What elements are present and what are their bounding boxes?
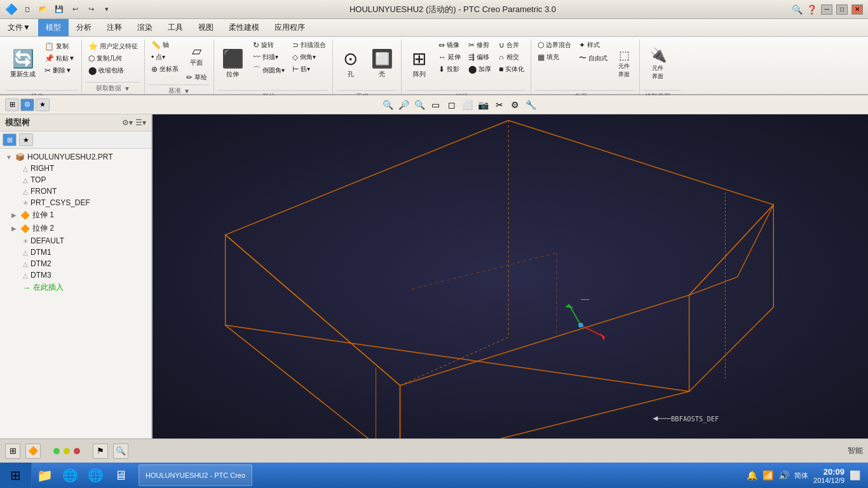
boundary-btn[interactable]: ⬡边界混合 <box>535 39 574 51</box>
surface-extra-btn[interactable]: ⬚ 元件界面 <box>613 39 635 89</box>
taskbar-active-window[interactable]: HOULUNYUESHU2 - PTC Creo <box>139 464 252 486</box>
volume-icon[interactable]: 🔊 <box>778 470 789 480</box>
open-btn[interactable]: 📂 <box>36 3 50 17</box>
menu-render[interactable]: 渲染 <box>130 19 160 36</box>
menu-view[interactable]: 视图 <box>191 19 221 36</box>
zoom-in-btn[interactable]: 🔎 <box>397 98 411 112</box>
tree-item-dtm3[interactable]: △ DTM3 <box>0 269 151 281</box>
sweep-button[interactable]: 〰扫描▾ <box>250 51 287 63</box>
component-interface-btn[interactable]: 🔌 元件界面 <box>644 39 672 89</box>
close-button[interactable]: ✕ <box>851 4 863 15</box>
menu-model[interactable]: 模型 <box>38 19 69 36</box>
view-rect-btn[interactable]: ▭ <box>429 98 443 112</box>
start-button[interactable]: ⊞ <box>0 463 32 488</box>
tree-item-front[interactable]: △ FRONT <box>0 186 151 197</box>
taskbar-creo[interactable]: 🖥 <box>108 463 133 488</box>
status-flag-btn[interactable]: ⚑ <box>93 444 108 459</box>
thicken-button[interactable]: ⬤加厚 <box>466 64 494 75</box>
tree-item-top[interactable]: △ TOP <box>0 174 151 186</box>
tree-item-right[interactable]: △ RIGHT <box>0 163 151 174</box>
menu-analysis[interactable]: 分析 <box>69 19 99 36</box>
cut-btn[interactable]: ✂ <box>492 98 506 112</box>
minimize-button[interactable]: ─ <box>821 4 832 15</box>
copy-geo-button[interactable]: ⬡复制几何 <box>86 53 140 64</box>
sketch-button[interactable]: ✏草绘 <box>184 72 210 83</box>
intersect-button[interactable]: ∩相交 <box>496 51 527 63</box>
fill-btn[interactable]: ▦填充 <box>535 51 574 63</box>
zoom-fit-btn[interactable]: 🔍 <box>381 98 395 112</box>
menu-apps[interactable]: 应用程序 <box>267 19 313 36</box>
view-shade-btn[interactable]: ⬜ <box>461 98 475 112</box>
status-grid-btn[interactable]: ⊞ <box>5 444 20 459</box>
taskbar-file-explorer[interactable]: 📁 <box>32 463 57 488</box>
new-btn[interactable]: 🗋 <box>20 3 34 17</box>
tree-item-extrude1[interactable]: ▶ 🔶 拉伸 1 <box>0 208 151 222</box>
hole-button[interactable]: ⊙ 孔 <box>337 39 365 89</box>
taskbar-ie[interactable]: 🌐 <box>57 463 83 488</box>
regenerate-button[interactable]: 🔄 重新生成 <box>6 39 39 89</box>
user-feature-button[interactable]: ⭐用户定义特征 <box>86 41 140 52</box>
freeform-btn[interactable]: 〜自由式 <box>576 51 610 65</box>
trim-button[interactable]: ✂修剪 <box>466 39 494 51</box>
feature-icon-btn[interactable]: ⚙ <box>20 98 34 111</box>
help-icon[interactable]: ❓ <box>806 4 817 15</box>
style-btn[interactable]: ✦样式 <box>576 39 610 51</box>
language-icon[interactable]: 简体 <box>794 471 808 480</box>
sweep-blend-button[interactable]: ⊃扫描混合 <box>290 39 329 51</box>
viewport[interactable]: BBFAOSTS_DEF ── <box>153 114 868 438</box>
csys-button[interactable]: ⊕坐标系 <box>149 64 181 75</box>
tree-item-prt-csys[interactable]: ✳ PRT_CSYS_DEF <box>0 197 151 208</box>
screenshot-btn[interactable]: 📷 <box>477 98 491 112</box>
tree-item-dtm2[interactable]: △ DTM2 <box>0 258 151 269</box>
round-button[interactable]: ⌒倒圆角▾ <box>250 64 287 77</box>
tree-item-root[interactable]: ▼ 📦 HOULUNYUESHU2.PRT <box>0 151 151 163</box>
tree-item-default[interactable]: ✳ DEFAULT <box>0 235 151 247</box>
solidify-button[interactable]: ■实体化 <box>496 64 527 75</box>
maximize-button[interactable]: □ <box>836 4 848 15</box>
merge-button[interactable]: ∪合并 <box>496 39 527 51</box>
taskbar-chrome[interactable]: 🌐 <box>83 463 108 488</box>
search-icon[interactable]: 🔍 <box>792 4 803 15</box>
mirror-button[interactable]: ⇔镜像 <box>436 39 463 51</box>
settings-btn[interactable]: ⚙ <box>508 98 522 112</box>
clock[interactable]: 20:09 2014/12/9 <box>813 467 844 484</box>
tree-tab-layer[interactable]: ★ <box>19 133 33 146</box>
tree-filter-icon[interactable]: ☰▾ <box>135 118 146 127</box>
shell-button[interactable]: 🔲 壳 <box>367 39 397 89</box>
plane-button[interactable]: ▱ 平面 <box>184 39 210 71</box>
tree-item-insert-here[interactable]: → 在此插入 <box>0 281 151 294</box>
array-button[interactable]: ⊞ 阵列 <box>405 39 433 89</box>
menu-file[interactable]: 文件▼ <box>0 19 38 36</box>
status-model-btn[interactable]: 🔶 <box>25 444 41 459</box>
shrink-wrap-button[interactable]: ⬤收缩包络 <box>86 65 140 76</box>
tree-item-extrude2[interactable]: ▶ 🔶 拉伸 2 <box>0 222 151 235</box>
extend-button[interactable]: ↔延伸 <box>436 51 463 63</box>
offset-button[interactable]: ⇶偏移 <box>466 51 494 63</box>
project-button[interactable]: ⬇投影 <box>436 64 463 75</box>
network-icon[interactable]: 📶 <box>763 470 773 480</box>
chamfer-button[interactable]: ◇倒角▾ <box>290 51 329 63</box>
more-view-btn[interactable]: 🔧 <box>524 98 538 112</box>
notification-icon[interactable]: 🔔 <box>747 470 757 480</box>
zoom-out-btn[interactable]: 🔍 <box>413 98 427 112</box>
view-square-btn[interactable]: ◻ <box>445 98 459 112</box>
menu-flexible[interactable]: 柔性建模 <box>221 19 267 36</box>
revolve-button[interactable]: ↻旋转 <box>250 39 287 51</box>
show-desktop-icon[interactable]: ⬜ <box>850 470 860 480</box>
model-tree-icon-btn[interactable]: ⊞ <box>5 98 19 111</box>
axis-button[interactable]: 📏轴 <box>149 39 181 51</box>
tree-tab-model[interactable]: ⊞ <box>3 133 17 146</box>
menu-tools[interactable]: 工具 <box>160 19 191 36</box>
menu-annotation[interactable]: 注释 <box>99 19 130 36</box>
tree-item-dtm1[interactable]: △ DTM1 <box>0 247 151 258</box>
rib-button[interactable]: ⊢筋▾ <box>290 64 329 75</box>
paste-button[interactable]: 📌粘贴▼ <box>42 53 78 64</box>
status-search-btn[interactable]: 🔍 <box>113 444 128 459</box>
delete-button[interactable]: ✂删除▼ <box>42 65 78 76</box>
redo-btn[interactable]: ↪ <box>84 3 98 17</box>
tree-settings-icon[interactable]: ⚙▾ <box>122 118 133 127</box>
extrude-button[interactable]: ⬛ 拉伸 <box>218 39 248 89</box>
star-icon-btn[interactable]: ★ <box>36 98 50 111</box>
copy-button[interactable]: 📋复制 <box>42 41 78 52</box>
point-button[interactable]: •点▾ <box>149 51 181 63</box>
